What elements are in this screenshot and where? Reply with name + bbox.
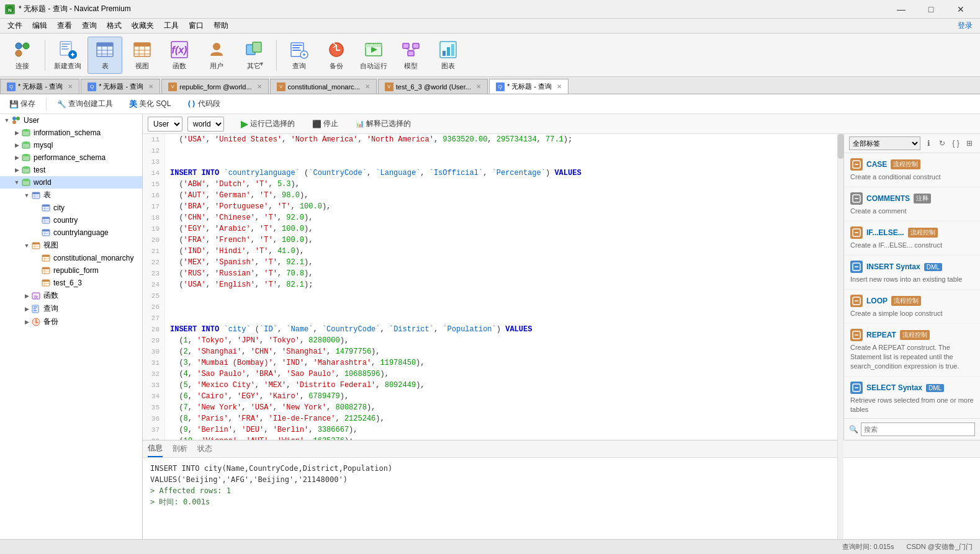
menu-help[interactable]: 帮助 xyxy=(209,19,233,32)
toolbar-table[interactable]: 表 xyxy=(88,37,122,74)
minimize-button[interactable]: — xyxy=(887,0,915,19)
code-snippet-button[interactable]: () 代码段 xyxy=(181,97,225,111)
right-item-insert-syntax[interactable]: INSERT Syntax DML Insert new rows into a… xyxy=(844,256,980,290)
toolbar-function[interactable]: f(x) 函数 xyxy=(162,37,197,74)
sidebar-item-test[interactable]: ▶ test xyxy=(0,164,142,176)
maximize-button[interactable]: □ xyxy=(917,0,945,19)
svg-point-27 xyxy=(213,43,220,50)
beautify-button[interactable]: 美 美化 SQL xyxy=(124,97,176,112)
rp-refresh-icon[interactable]: ↻ xyxy=(937,138,948,149)
rp-info-icon[interactable]: ℹ xyxy=(923,138,934,149)
bottom-tab-status[interactable]: 状态 xyxy=(197,441,212,457)
sidebar-item-backup-group[interactable]: ▶ 备份 xyxy=(0,315,142,328)
tab-active[interactable]: Q * 无标题 - 查询 ✕ xyxy=(489,79,569,94)
sidebar-item-city[interactable]: ▶ city xyxy=(0,202,142,214)
perf-schema-icon xyxy=(21,153,31,163)
sidebar-item-tables-group[interactable]: ▼ 表 xyxy=(0,189,142,202)
line-content xyxy=(165,313,837,324)
sidebar-item-constitutional[interactable]: ▶ constitutional_monarchy xyxy=(0,252,142,264)
right-search-input[interactable] xyxy=(861,422,975,436)
user-select[interactable]: User xyxy=(148,117,182,132)
rp-code-icon[interactable]: { } xyxy=(950,138,961,149)
perf-schema-arrow: ▶ xyxy=(12,154,21,161)
info-schema-label: information_schema xyxy=(34,128,101,137)
sidebar-item-test63[interactable]: ▶ test_6_3 xyxy=(0,277,142,289)
sidebar-item-mysql[interactable]: ▶ mysql xyxy=(0,139,142,151)
tables-group-label: 表 xyxy=(43,190,51,200)
toolbar-connect[interactable]: 连接 xyxy=(5,37,40,74)
right-item-if-else[interactable]: IF...ELSE... 流程控制 Create a IF...ELSE... … xyxy=(844,221,980,256)
menu-format[interactable]: 格式 xyxy=(102,19,127,32)
rp-grid-icon[interactable]: ⊞ xyxy=(964,138,975,149)
toolbar-user[interactable]: 用户 xyxy=(199,37,234,74)
tab6-close[interactable]: ✕ xyxy=(557,83,562,90)
tab-republic[interactable]: V republic_form @world... ✕ xyxy=(161,79,268,94)
toolbar-new-query[interactable]: 新建查询 xyxy=(50,37,85,74)
sidebar-item-user[interactable]: ▼ User xyxy=(0,114,142,127)
menu-view[interactable]: 查看 xyxy=(52,19,77,32)
toolbar-other[interactable]: 其它 ▼ xyxy=(236,37,271,74)
query-builder-button[interactable]: 🔧 查询创建工具 xyxy=(52,97,119,111)
menu-window[interactable]: 窗口 xyxy=(184,19,209,32)
sidebar-item-functions-group[interactable]: ▶ fx 函数 xyxy=(0,289,142,302)
user-label: 用户 xyxy=(210,61,223,71)
sidebar-item-country[interactable]: ▶ country xyxy=(0,214,142,226)
toolbar-chart[interactable]: 图表 xyxy=(431,37,465,74)
explain-icon: 📊 xyxy=(356,120,364,128)
menu-tools[interactable]: 工具 xyxy=(159,19,184,32)
new-query-label: 新建查询 xyxy=(54,61,81,71)
explain-label: 解释已选择的 xyxy=(366,118,411,129)
close-button[interactable]: ✕ xyxy=(946,0,975,19)
tab3-close[interactable]: ✕ xyxy=(257,83,262,90)
menu-edit[interactable]: 编辑 xyxy=(27,19,52,32)
toolbar-model[interactable]: 模型 xyxy=(393,37,428,74)
save-button[interactable]: 💾 保存 xyxy=(4,97,41,111)
tab1-close[interactable]: ✕ xyxy=(68,83,73,90)
bottom-tab-info[interactable]: 信息 xyxy=(148,440,163,457)
info-schema-icon xyxy=(21,128,31,138)
right-item-select-syntax[interactable]: SELECT Syntax DML Retrieve rows selected… xyxy=(844,377,980,420)
right-item-desc: Create a IF...ELSE... construct xyxy=(850,241,974,250)
login-link[interactable]: 登录 xyxy=(953,19,978,32)
right-item-comments[interactable]: COMMENTS 注释 Create a comment xyxy=(844,187,980,221)
toolbar-backup[interactable]: 备份 xyxy=(319,37,354,74)
sidebar-item-world[interactable]: ▼ world xyxy=(0,176,142,189)
right-item-case[interactable]: CASE 流程控制 Create a conditional construct xyxy=(844,153,980,187)
tab4-label: constitutional_monarc... xyxy=(288,83,360,91)
svg-point-50 xyxy=(12,117,16,120)
sidebar-item-queries-group[interactable]: ▶ 查询 xyxy=(0,302,142,315)
tag-select[interactable]: 全部标签 xyxy=(849,136,920,150)
toolbar-query[interactable]: 查询 xyxy=(282,37,317,74)
tab-constitutional[interactable]: V constitutional_monarc... ✕ xyxy=(270,79,377,94)
bottom-tab-profile[interactable]: 剖析 xyxy=(173,441,187,457)
sidebar-item-perf-schema[interactable]: ▶ performance_schema xyxy=(0,151,142,164)
sidebar-item-republic[interactable]: ▶ republic_form xyxy=(0,264,142,277)
toolbar-view[interactable]: 视图 xyxy=(125,37,160,74)
sidebar-item-info-schema[interactable]: ▶ information_schema xyxy=(0,127,142,139)
tables-group-icon xyxy=(31,190,41,200)
menu-query[interactable]: 查询 xyxy=(77,19,102,32)
tab4-close[interactable]: ✕ xyxy=(365,83,370,90)
code-editor[interactable]: 11 ('USA', 'United States', 'North Ameri… xyxy=(143,134,837,440)
stop-button[interactable]: ⬛ 停止 xyxy=(305,116,345,132)
database-select[interactable]: world xyxy=(187,117,224,132)
tab-untitled2[interactable]: Q * 无标题 - 查询 ✕ xyxy=(81,79,160,94)
scrollbar-thumb xyxy=(838,134,843,159)
explain-button[interactable]: 📊 解释已选择的 xyxy=(349,116,418,132)
run-selected-button[interactable]: ▶ 运行已选择的 xyxy=(234,115,302,132)
menu-file[interactable]: 文件 xyxy=(2,19,27,32)
tab-test63[interactable]: V test_6_3 @world (User... ✕ xyxy=(378,79,488,94)
sidebar-item-countrylanguage[interactable]: ▶ countrylanguage xyxy=(0,226,142,239)
bottom-scrollbar[interactable] xyxy=(837,440,843,539)
editor-scrollbar[interactable] xyxy=(837,134,843,440)
new-query-icon xyxy=(58,40,78,60)
sidebar-item-views-group[interactable]: ▼ 视图 xyxy=(0,239,142,252)
toolbar-auto-run[interactable]: 自动运行 自动运行 xyxy=(356,37,391,74)
menu-favorites[interactable]: 收藏夹 xyxy=(127,19,159,32)
tab-untitled1[interactable]: Q * 无标题 - 查询 ✕ xyxy=(0,79,79,94)
tab3-label: republic_form @world... xyxy=(179,83,251,91)
tab5-close[interactable]: ✕ xyxy=(476,83,481,90)
tab2-close[interactable]: ✕ xyxy=(148,83,153,90)
right-item-loop[interactable]: LOOP 流程控制 Create a simple loop construct xyxy=(844,290,980,324)
right-item-repeat[interactable]: REPEAT 流程控制 Create A REPEAT construct. T… xyxy=(844,324,980,377)
